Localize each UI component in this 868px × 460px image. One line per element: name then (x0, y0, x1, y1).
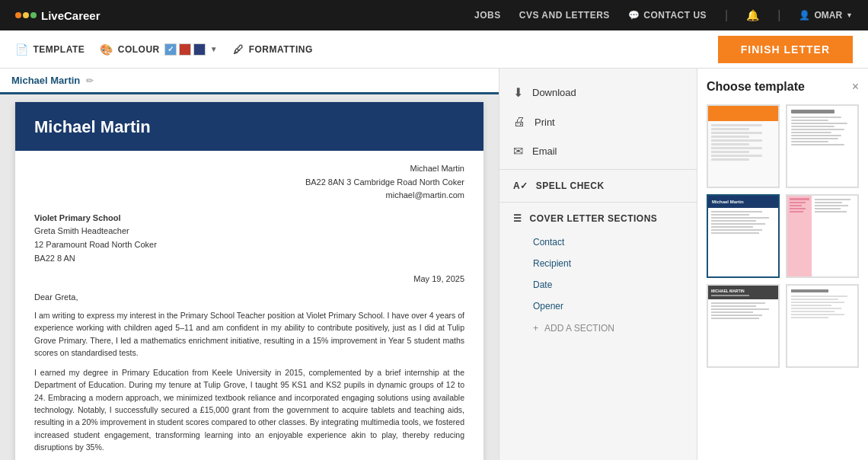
letter-greeting: Dear Greta, (34, 292, 464, 302)
nav-cvs-letters[interactable]: CVS AND LETTERS (519, 10, 610, 21)
letter-paragraph-1[interactable]: I am writing to express my interest in t… (34, 309, 464, 359)
toolbar-left: 📄 TEMPLATE 🎨 COLOUR ▼ 🖊 FORMATTING (15, 43, 313, 56)
logo-text: LiveCareer (41, 9, 101, 22)
section-opener[interactable]: Opener (499, 295, 697, 317)
right-sidebar: ⬇ Download 🖨 Print ✉ Email A✓ SPELL CHEC… (499, 69, 697, 460)
email-action[interactable]: ✉ Email (499, 136, 697, 166)
swatch-darkblue[interactable] (193, 43, 206, 56)
add-section-icon: + (533, 323, 538, 334)
letter-recipient: Violet Primary School Greta Smith Headte… (34, 212, 464, 265)
choose-template-header: Choose template × (707, 80, 859, 94)
logo[interactable]: LiveCareer (15, 9, 101, 22)
print-icon: 🖨 (513, 115, 525, 129)
user-icon: 👤 (799, 10, 810, 21)
template-thumb-5[interactable]: MICHAEL MARTIN (707, 284, 780, 368)
colour-dropdown-arrow[interactable]: ▼ (210, 45, 218, 53)
colour-swatches (164, 43, 206, 56)
sidebar-divider-1 (499, 169, 697, 170)
nav-jobs[interactable]: JOBS (474, 10, 501, 21)
cover-letter-sections-header[interactable]: ☰ COVER LETTER SECTIONS (499, 206, 697, 232)
template-thumb-1[interactable] (707, 104, 780, 188)
download-icon: ⬇ (513, 85, 523, 100)
template-grid: Michael Martin (707, 104, 859, 368)
section-recipient[interactable]: Recipient (499, 253, 697, 274)
letter-date: May 19, 2025 (34, 274, 464, 283)
nav-user[interactable]: 👤 OMAR ▼ (799, 10, 853, 21)
spell-check-header[interactable]: A✓ SPELL CHECK (499, 173, 697, 199)
template-thumb-4[interactable] (786, 194, 859, 278)
sidebar-divider-2 (499, 202, 697, 203)
top-navigation: LiveCareer JOBS CVS AND LETTERS 💬 CONTAC… (0, 0, 868, 30)
download-action[interactable]: ⬇ Download (499, 78, 697, 107)
colour-tool[interactable]: 🎨 COLOUR ▼ (100, 43, 218, 56)
logo-dot-green (30, 12, 37, 18)
main-layout: Michael Martin ✏ Michael Martin Michael … (0, 69, 868, 460)
swatch-blue[interactable] (164, 43, 177, 56)
logo-dot-orange (15, 12, 21, 18)
user-bar: Michael Martin ✏ (0, 69, 499, 94)
formatting-icon: 🖊 (233, 43, 244, 56)
toolbar: 📄 TEMPLATE 🎨 COLOUR ▼ 🖊 FORMATTING FINIS… (0, 30, 868, 69)
template-thumb-3[interactable]: Michael Martin (707, 194, 780, 278)
bell-icon[interactable]: 🔔 (746, 9, 759, 21)
letter-paper: Michael Martin Michael Martin BA22 8AN 3… (15, 102, 483, 460)
section-date[interactable]: Date (499, 274, 697, 295)
template-thumb-2[interactable] (786, 104, 859, 188)
editor-panel: Michael Martin ✏ Michael Martin Michael … (0, 69, 499, 460)
sections-icon: ☰ (513, 213, 522, 224)
choose-template-title: Choose template (707, 80, 805, 94)
formatting-tool[interactable]: 🖊 FORMATTING (233, 43, 313, 56)
chevron-down-icon: ▼ (846, 11, 853, 19)
colour-icon: 🎨 (100, 43, 113, 56)
letter-paragraph-2[interactable]: I earned my degree in Primary Education … (34, 366, 464, 453)
email-icon: ✉ (513, 144, 523, 158)
edit-icon[interactable]: ✏ (86, 75, 94, 86)
logo-dot-yellow (23, 12, 29, 18)
close-icon[interactable]: × (852, 80, 859, 94)
letter-body: Michael Martin BA22 8AN 3 Cambridge Road… (15, 151, 483, 460)
spell-check-icon: A✓ (513, 180, 528, 191)
letter-address: Michael Martin BA22 8AN 3 Cambridge Road… (34, 162, 464, 203)
template-icon: 📄 (15, 43, 29, 56)
letter-header-name: Michael Martin (34, 117, 464, 137)
finish-letter-button[interactable]: FINISH LETTER (718, 36, 853, 63)
user-name-label: Michael Martin (11, 75, 80, 86)
add-section[interactable]: + ADD A SECTION (499, 317, 697, 340)
template-thumb-6[interactable] (786, 284, 859, 368)
nav-links: JOBS CVS AND LETTERS 💬 CONTACT US | 🔔 | … (474, 8, 853, 22)
swatch-red[interactable] (179, 43, 191, 56)
nav-contact[interactable]: 💬 CONTACT US (628, 10, 707, 21)
section-contact[interactable]: Contact (499, 232, 697, 253)
logo-dots (15, 12, 37, 18)
nav-divider: | (725, 8, 728, 22)
chat-icon: 💬 (628, 10, 640, 21)
template-tool[interactable]: 📄 TEMPLATE (15, 43, 85, 56)
nav-divider-2: | (777, 8, 780, 22)
letter-outer: Michael Martin Michael Martin BA22 8AN 3… (0, 94, 499, 460)
print-action[interactable]: 🖨 Print (499, 107, 697, 136)
letter-header: Michael Martin (15, 102, 483, 151)
choose-template-panel: Choose template × (697, 69, 868, 460)
